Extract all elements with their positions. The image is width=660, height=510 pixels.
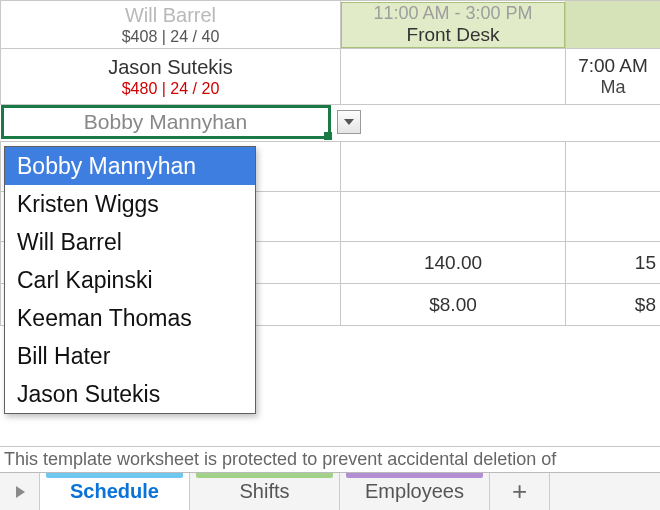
tab-label: Schedule	[70, 480, 159, 503]
chevron-down-icon	[344, 119, 354, 125]
employee-cell[interactable]: Jason Sutekis $480 | 24 / 20	[1, 49, 341, 105]
shift-role: Front Desk	[407, 24, 500, 46]
tab-schedule[interactable]: Schedule	[40, 473, 190, 510]
plus-icon: +	[512, 476, 527, 507]
tab-nav-button[interactable]	[0, 473, 40, 510]
totals-cell[interactable]: $8.00	[341, 284, 566, 326]
employee-cell[interactable]: Will Barrel $408 | 24 / 40	[1, 1, 341, 49]
dropdown-item[interactable]: Will Barrel	[5, 223, 255, 261]
tab-accent	[46, 473, 183, 478]
dropdown-item[interactable]: Jason Sutekis	[5, 375, 255, 413]
protection-message: This template worksheet is protected to …	[0, 446, 660, 470]
table-row[interactable]: Will Barrel $408 | 24 / 40 11:00 AM - 3:…	[1, 1, 661, 49]
employee-cost: $480	[122, 80, 158, 97]
selection-handle[interactable]	[324, 132, 332, 140]
worksheet-area[interactable]: Will Barrel $408 | 24 / 40 11:00 AM - 3:…	[0, 0, 660, 470]
empty-cell[interactable]	[341, 192, 566, 242]
employee-name: Jason Sutekis	[1, 56, 340, 78]
separator: |	[157, 28, 170, 45]
tab-shifts[interactable]: Shifts	[190, 473, 340, 510]
play-icon	[14, 485, 26, 499]
employee-name: Will Barrel	[1, 4, 340, 26]
empty-cell[interactable]	[341, 49, 566, 105]
dropdown-item[interactable]: Bill Hater	[5, 337, 255, 375]
empty-cell[interactable]	[566, 142, 661, 192]
shift-block[interactable]: 11:00 AM - 3:00 PM Front Desk	[341, 2, 565, 48]
separator: |	[157, 80, 170, 97]
dropdown-item[interactable]: Carl Kapinski	[5, 261, 255, 299]
tab-label: Employees	[365, 480, 464, 503]
totals-cell[interactable]: $8	[566, 284, 661, 326]
tab-accent	[346, 473, 483, 478]
tab-employees[interactable]: Employees	[340, 473, 490, 510]
shift-time: 11:00 AM - 3:00 PM	[373, 3, 532, 24]
empty-cell[interactable]	[566, 192, 661, 242]
table-row[interactable]: Jason Sutekis $480 | 24 / 20 7:00 AM Ma	[1, 49, 661, 105]
active-cell[interactable]: Bobby Mannyhan	[1, 105, 331, 139]
empty-cell[interactable]	[566, 1, 661, 49]
empty-cell[interactable]	[341, 142, 566, 192]
employee-cost: $408	[122, 28, 158, 45]
employee-hours: 24 / 20	[170, 80, 219, 97]
sheet-tab-bar: Schedule Shifts Employees +	[0, 472, 660, 510]
employee-subline: $408 | 24 / 40	[1, 28, 340, 46]
table-row[interactable]: Bobby Mannyhan	[1, 105, 661, 142]
dropdown-item[interactable]: Kristen Wiggs	[5, 185, 255, 223]
dropdown-list[interactable]: Bobby Mannyhan Kristen Wiggs Will Barrel…	[4, 146, 256, 414]
active-cell-value: Bobby Mannyhan	[84, 110, 247, 134]
shift-block[interactable]: 7:00 AM Ma	[566, 49, 660, 104]
tab-add[interactable]: +	[490, 473, 550, 510]
shift-role: Ma	[600, 77, 625, 98]
employee-hours: 24 / 40	[170, 28, 219, 45]
employee-subline: $480 | 24 / 20	[1, 80, 340, 98]
shift-time: 7:00 AM	[578, 55, 648, 77]
shift-cell[interactable]: 7:00 AM Ma	[566, 49, 661, 105]
dropdown-item[interactable]: Bobby Mannyhan	[5, 147, 255, 185]
totals-cell[interactable]: 140.00	[341, 242, 566, 284]
shift-cell[interactable]: 11:00 AM - 3:00 PM Front Desk	[341, 1, 566, 49]
dropdown-item[interactable]: Keeman Thomas	[5, 299, 255, 337]
totals-cell[interactable]: 15	[566, 242, 661, 284]
tab-label: Shifts	[239, 480, 289, 503]
dropdown-button[interactable]	[337, 110, 361, 134]
tab-accent	[196, 473, 333, 478]
